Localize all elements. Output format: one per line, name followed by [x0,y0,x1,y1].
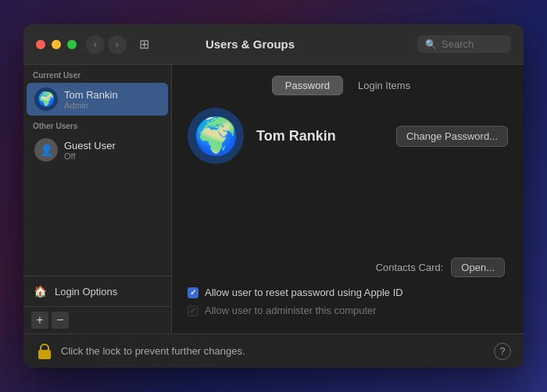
titlebar: ‹ › ⊞ Users & Groups 🔍 [23,24,524,65]
guest-user-name: Guest User [64,140,116,151]
tab-bar: Password Login Items [188,76,508,95]
search-icon: 🔍 [425,39,437,50]
guest-info: Guest User Off [64,140,116,161]
help-button[interactable]: ? [494,343,511,360]
other-users-label: Other Users [23,116,171,134]
guest-user-role: Off [64,151,116,161]
main-panel: Password Login Items 🌍 Tom Rankin Change… [172,65,524,333]
main-window: ‹ › ⊞ Users & Groups 🔍 Current User 🌍 To… [23,24,524,368]
tab-password[interactable]: Password [272,76,343,95]
back-button[interactable]: ‹ [86,35,105,54]
nav-buttons: ‹ › [86,35,127,54]
lock-case [38,350,51,359]
open-contacts-button[interactable]: Open... [451,258,505,277]
fullscreen-button[interactable] [67,40,77,49]
change-password-button[interactable]: Change Password... [396,126,508,147]
tab-login-items[interactable]: Login Items [345,76,424,95]
grid-icon[interactable]: ⊞ [133,34,155,55]
user-info: Tom Rankin Admin [64,89,118,110]
lock-shackle [40,344,49,350]
lock-icon [38,344,51,359]
checkbox-administer-check [188,305,198,316]
checkbox-administer-label: Allow user to administer this computer [205,305,377,316]
sidebar-bottom-bar: + − [23,306,171,333]
sidebar-user-name: Tom Rankin [64,89,118,101]
lock-status-text: Click the lock to prevent further change… [61,345,486,357]
main-spacer [188,176,508,258]
home-icon: 🏠 [31,283,48,300]
checkbox-administer: Allow user to administer this computer [188,305,508,316]
sidebar-user-role: Admin [64,101,118,110]
login-options-label: Login Options [55,286,117,298]
checkbox-reset-password-check[interactable] [188,287,198,298]
user-avatar-large: 🌍 [188,108,244,164]
checkbox-reset-password[interactable]: Allow user to reset password using Apple… [188,287,508,298]
avatar: 🌍 [34,87,58,111]
current-user-label: Current User [23,65,171,83]
forward-button[interactable]: › [108,35,127,54]
content-area: Current User 🌍 Tom Rankin Admin Other Us… [23,65,524,333]
minimize-button[interactable] [52,40,61,49]
checkbox-reset-password-label: Allow user to reset password using Apple… [205,287,403,298]
lock-button[interactable] [36,341,53,362]
remove-user-button[interactable]: − [52,312,69,329]
close-button[interactable] [36,40,45,49]
bottom-bar: Click the lock to prevent further change… [23,333,524,368]
guest-avatar: 👤 [34,138,58,162]
login-options[interactable]: 🏠 Login Options [23,276,171,306]
window-title: Users & Groups [161,37,339,51]
user-header: 🌍 Tom Rankin Change Password... [188,108,508,164]
search-bar[interactable]: 🔍 [417,35,511,53]
sidebar: Current User 🌍 Tom Rankin Admin Other Us… [23,65,172,333]
traffic-lights [36,40,77,49]
add-user-button[interactable]: + [31,312,48,329]
sidebar-item-guest-user[interactable]: 👤 Guest User Off [27,134,168,166]
search-input[interactable] [442,38,504,50]
contacts-row: Contacts Card: Open... [188,258,508,277]
contacts-card-label: Contacts Card: [376,262,444,273]
user-full-name: Tom Rankin [256,128,384,144]
sidebar-item-tom-rankin[interactable]: 🌍 Tom Rankin Admin [27,83,168,116]
